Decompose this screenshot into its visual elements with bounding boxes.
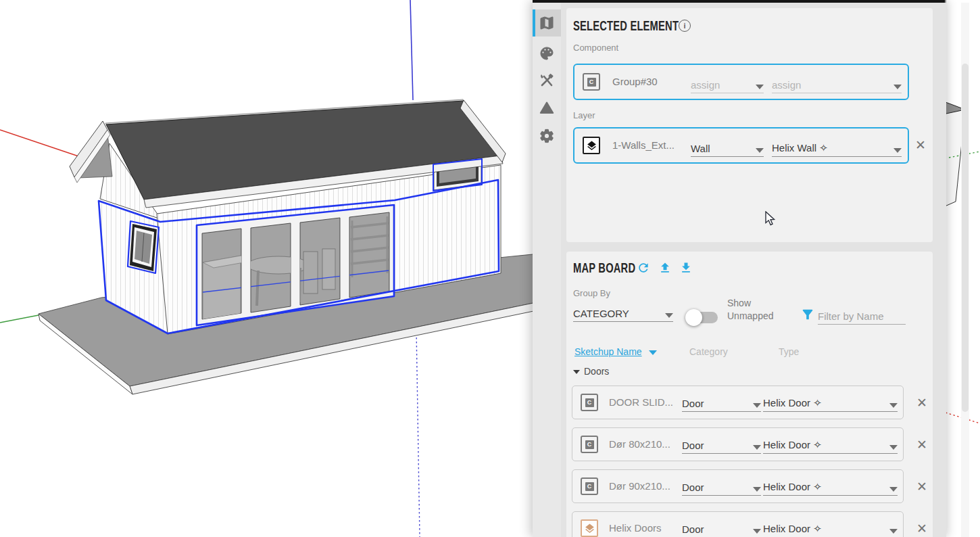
mapping-row-line: Helix DoorsDoorHelix Door ✧✕ (572, 511, 933, 537)
chevron-down-icon (753, 529, 761, 534)
warning-icon (539, 99, 555, 116)
row-sketchup-name: Dør 90x210... (609, 480, 670, 492)
show-unmapped-label-line2: Unmapped (727, 310, 774, 321)
row-category-dropdown[interactable]: Door (682, 392, 761, 412)
upload-button[interactable] (658, 261, 672, 275)
layer-name: 1-Walls_Ext... (612, 139, 675, 151)
component-type-dropdown[interactable]: assign (772, 73, 902, 93)
layer-label: Layer (573, 110, 595, 120)
info-icon[interactable]: i (679, 20, 691, 32)
mapping-row: CDOOR SLID...DoorHelix Door ✧ (572, 386, 904, 419)
tab-mapping[interactable] (533, 9, 561, 37)
chevron-down-icon (753, 445, 761, 450)
show-unmapped-toggle[interactable] (688, 312, 718, 323)
mapping-row-line: CDør 90x210...DoorHelix Door ✧✕ (572, 469, 933, 503)
chevron-down-icon (889, 529, 898, 534)
row-type-dropdown[interactable]: Helix Door ✧ (763, 392, 898, 412)
tab-palette[interactable] (533, 40, 561, 67)
helix-layers-icon (581, 519, 598, 537)
chevron-down-icon (889, 487, 898, 492)
mapping-row-line: CDør 80x210...DoorHelix Door ✧✕ (572, 427, 933, 461)
selected-element-card: SELECTED ELEMENT i Component C Group#30 … (566, 8, 933, 242)
layer-category-dropdown[interactable]: Wall (691, 137, 764, 157)
chevron-down-icon (889, 445, 898, 450)
scrollbar-thumb[interactable] (962, 64, 969, 412)
settings-icon (539, 128, 555, 144)
group-header-doors[interactable]: Doors (584, 366, 609, 377)
row-type-dropdown[interactable]: Helix Door ✧ (763, 517, 898, 537)
column-header-sketchup-name[interactable]: Sketchup Name (574, 346, 642, 357)
helix-plugin-panel: SELECTED ELEMENT i Component C Group#30 … (533, 0, 946, 537)
column-header-type: Type (779, 346, 799, 357)
chevron-down-icon (893, 148, 902, 153)
gable-window (130, 224, 157, 271)
component-category-dropdown[interactable]: assign (691, 73, 764, 93)
palette-icon (539, 45, 555, 62)
mapping-row: CDør 90x210...DoorHelix Door ✧ (572, 469, 904, 503)
layer-mapping-box: 1-Walls_Ext... Wall Helix Wall ✧ (573, 127, 909, 164)
row-type-dropdown[interactable]: Helix Door ✧ (763, 475, 898, 496)
component-name: Group#30 (612, 76, 658, 87)
layer-type-dropdown[interactable]: Helix Wall ✧ (772, 137, 902, 157)
remove-row-mapping-button[interactable]: ✕ (914, 520, 930, 536)
toggle-knob (685, 309, 702, 326)
panel-nav-strip (533, 3, 561, 537)
row-category-dropdown[interactable]: Door (682, 475, 761, 496)
mouse-cursor (765, 211, 777, 227)
filter-icon (800, 307, 815, 322)
tab-tools[interactable] (533, 67, 561, 94)
refresh-icon (637, 261, 650, 275)
component-icon: C (583, 73, 600, 91)
row-type-dropdown[interactable]: Helix Door ✧ (763, 434, 898, 454)
chevron-down-icon (756, 148, 764, 153)
chevron-down-icon (753, 403, 761, 408)
layers-icon (583, 137, 600, 154)
chevron-down-icon (756, 85, 764, 89)
download-button[interactable] (679, 261, 693, 275)
chevron-down-icon (665, 313, 673, 318)
map-icon (539, 15, 555, 31)
chevron-down-icon (893, 85, 902, 89)
tab-warnings[interactable] (533, 94, 561, 121)
chevron-down-icon (753, 487, 761, 492)
row-sketchup-name: DOOR SLID... (609, 396, 673, 408)
selected-element-title: SELECTED ELEMENT (573, 18, 679, 34)
sort-chevron-icon[interactable] (649, 350, 657, 355)
mapping-row: CDør 80x210...DoorHelix Door ✧ (572, 427, 904, 461)
refresh-button[interactable] (637, 261, 650, 275)
row-sketchup-name: Dør 80x210... (609, 438, 670, 450)
component-icon: C (581, 394, 598, 411)
chevron-down-icon (889, 403, 898, 408)
map-board-card: MAP BOARD Group By CATEGORY Show (566, 252, 933, 537)
tab-settings[interactable] (533, 122, 561, 149)
download-icon (679, 261, 693, 275)
map-board-title: MAP BOARD (573, 260, 635, 276)
show-unmapped-label-line1: Show (727, 298, 751, 308)
panel-content: SELECTED ELEMENT i Component C Group#30 … (561, 3, 946, 537)
component-icon: C (581, 477, 598, 495)
panel-scrollbar[interactable] (961, 3, 969, 537)
upload-icon (658, 261, 672, 275)
remove-row-mapping-button[interactable]: ✕ (914, 478, 930, 494)
mapping-row-line: CDOOR SLID...DoorHelix Door ✧✕ (572, 386, 933, 419)
component-icon: C (581, 436, 598, 453)
remove-row-mapping-button[interactable]: ✕ (914, 394, 930, 411)
group-by-label: Group By (573, 288, 610, 298)
sketchup-window: SELECTED ELEMENT i Component C Group#30 … (0, 0, 980, 537)
row-category-dropdown[interactable]: Door (682, 517, 761, 537)
component-label: Component (573, 43, 618, 53)
group-collapse-icon[interactable] (573, 370, 580, 374)
tools-icon (539, 72, 555, 89)
row-category-dropdown[interactable]: Door (682, 434, 761, 454)
remove-layer-mapping-button[interactable]: ✕ (912, 137, 929, 153)
column-header-category: Category (689, 346, 728, 357)
remove-row-mapping-button[interactable]: ✕ (914, 436, 930, 452)
component-mapping-box: C Group#30 assign assign (573, 64, 909, 100)
group-by-dropdown[interactable]: CATEGORY (573, 300, 673, 322)
row-sketchup-name: Helix Doors (609, 522, 662, 534)
mapping-row: Helix DoorsDoorHelix Door ✧ (572, 511, 904, 537)
filter-by-name-input[interactable]: Filter by Name (818, 302, 906, 325)
